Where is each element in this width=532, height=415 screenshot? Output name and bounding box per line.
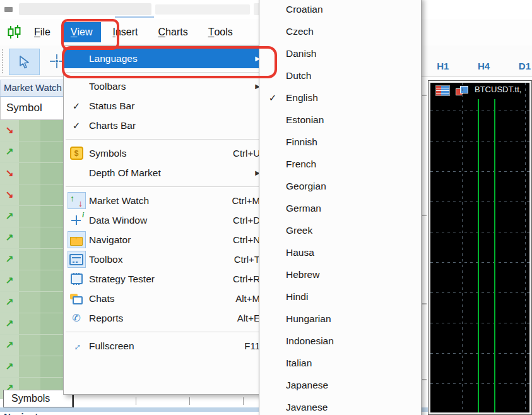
chart-vertical-line (494, 99, 495, 412)
market-watch-row[interactable]: ↗ (0, 313, 67, 335)
language-item-french[interactable]: French (259, 153, 421, 175)
chart-gridline (462, 83, 463, 412)
symbol-column-header[interactable]: Symbol (0, 97, 67, 120)
language-item-finnish[interactable]: Finnish (259, 131, 421, 153)
market-watch-row[interactable]: ↗ (0, 292, 67, 313)
toolbox-icon (69, 254, 83, 265)
trend-up-icon: ↗ (5, 298, 13, 308)
menu-item-toolbox[interactable]: ToolboxCtrl+T (64, 250, 268, 269)
language-item-danish[interactable]: Danish (259, 42, 421, 64)
menu-item-reports[interactable]: ✆ReportsAlt+E (64, 308, 268, 328)
active-icon-frame: ↑↓ (68, 192, 86, 209)
menubar-item-insert[interactable]: Insert (103, 22, 146, 42)
market-watch-row[interactable]: ↗ (0, 249, 67, 270)
language-item-hausa[interactable]: Hausa (259, 241, 421, 263)
market-watch-row[interactable]: ↗ (0, 270, 67, 292)
shortcut-label: Ctrl+N (233, 234, 260, 245)
menubar-item-tools[interactable]: Tools (199, 22, 242, 42)
language-item-italian[interactable]: Italian (259, 352, 421, 374)
tab-separator (136, 397, 136, 405)
market-watch-row[interactable]: ↗ (0, 141, 67, 163)
trend-up-icon: ↗ (5, 233, 13, 243)
menu-item-market-watch[interactable]: ↑↓Market WatchCtrl+M (64, 191, 268, 210)
market-watch-row[interactable]: ↗ (0, 206, 67, 227)
language-item-indonesian[interactable]: Indonesian (259, 330, 421, 352)
menu-item-languages[interactable]: Languages▶ (64, 49, 268, 68)
cursor-tool-button[interactable] (9, 49, 40, 75)
market-watch-row[interactable]: ↗ (0, 227, 67, 249)
chart-gridline (430, 353, 529, 354)
menubar-item-file[interactable]: File (25, 22, 59, 42)
language-item-javanese[interactable]: Javanese (259, 396, 421, 415)
shortcut-label: Ctrl+D (233, 215, 260, 226)
shortcut-label: Ctrl+T (234, 254, 260, 265)
menu-item-symbols[interactable]: $SymbolsCtrl+U (64, 143, 268, 163)
menu-item-depth-of-market[interactable]: Depth Of Market▶ (64, 163, 268, 183)
language-item-georgian[interactable]: Georgian (259, 175, 421, 197)
menu-item-fullscreen[interactable]: FullscreenF11 (64, 336, 268, 356)
chart-gridline (525, 83, 526, 412)
chart-canvas[interactable]: BTCUSDT.tt, (430, 83, 529, 412)
menu-item-strategy-tester[interactable]: Strategy TesterCtrl+R (64, 269, 268, 289)
language-label: Dutch (286, 70, 312, 81)
language-item-hungarian[interactable]: Hungarian (259, 308, 421, 330)
splitter-mark (422, 215, 427, 216)
chart-gridline (430, 171, 529, 172)
language-item-czech[interactable]: Czech (259, 20, 421, 42)
toolbar-grip[interactable] (2, 49, 4, 73)
menu-separator (66, 186, 266, 187)
market-watch-title: Market Watch (0, 80, 67, 97)
trend-up-icon: ↗ (5, 212, 13, 222)
shortcut-label: Alt+E (237, 313, 260, 323)
language-label: Hebrew (286, 269, 319, 280)
menu-item-navigator[interactable]: NavigatorCtrl+N (64, 230, 268, 250)
market-watch-row[interactable]: ↗ (0, 356, 67, 378)
menu-item-toolbars[interactable]: Toolbars▶ (64, 76, 268, 96)
menu-item-charts-bar[interactable]: ✓Charts Bar (64, 116, 268, 135)
mt5-logo-icon (5, 25, 24, 40)
market-watch-row[interactable]: ↘ (0, 120, 67, 141)
trend-up-icon: ↗ (5, 340, 13, 351)
menu-item-chats[interactable]: ChatsAlt+M (64, 289, 268, 308)
redacted-block (155, 4, 250, 15)
menu-item-label: Reports (89, 313, 237, 324)
timeframe-button-h1[interactable]: H1 (435, 61, 450, 71)
tab-separator (243, 397, 244, 405)
mt5-application-window: FileViewInsertChartsTools 30H1H4D1 Marke… (0, 0, 532, 415)
menubar-item-view[interactable]: View (62, 22, 102, 42)
language-label: Indonesian (286, 335, 334, 347)
reports-icon: ✆ (70, 313, 83, 324)
trend-down-icon: ↘ (5, 126, 13, 136)
check-icon: ✓ (73, 120, 81, 131)
language-label: Croatian (286, 4, 323, 15)
symbols-tab[interactable]: Symbols (3, 390, 73, 407)
language-item-hindi[interactable]: Hindi (259, 286, 421, 308)
market-watch-row[interactable]: ↗ (0, 335, 67, 356)
menu-item-status-bar[interactable]: ✓Status Bar (64, 96, 268, 116)
check-icon: ✓ (73, 100, 81, 112)
market-watch-row[interactable]: ↘ (0, 163, 67, 184)
cursor-icon (17, 54, 32, 69)
language-item-estonian[interactable]: Estonian (259, 109, 421, 131)
language-item-greek[interactable]: Greek (259, 219, 421, 241)
language-item-hebrew[interactable]: Hebrew (259, 263, 421, 286)
menu-item-label: Depth Of Market (89, 167, 255, 179)
language-item-croatian[interactable]: Croatian (259, 0, 421, 20)
chart-gridline (430, 262, 529, 263)
menu-item-data-window[interactable]: iData WindowCtrl+D (64, 210, 268, 230)
market-watch-row[interactable]: ↘ (0, 184, 67, 206)
language-item-japanese[interactable]: Japanese (259, 374, 421, 396)
timeframe-button-d1[interactable]: D1 (517, 61, 532, 71)
shortcut-label: Ctrl+R (233, 274, 260, 284)
menubar-item-charts[interactable]: Charts (150, 22, 197, 42)
menu-item-label: Strategy Tester (89, 274, 233, 285)
depth-of-market-chart-icon[interactable] (435, 85, 450, 96)
language-item-dutch[interactable]: Dutch (259, 64, 421, 87)
language-item-english[interactable]: ✓English (259, 87, 421, 109)
language-item-german[interactable]: German (259, 197, 421, 219)
chart-symbol-label: BTCUSDT.tt, (475, 85, 521, 94)
language-label: Hindi (286, 291, 308, 303)
timeframe-button-h4[interactable]: H4 (476, 61, 491, 71)
chats-icon (70, 293, 83, 304)
strategy-tester-icon (71, 274, 83, 284)
